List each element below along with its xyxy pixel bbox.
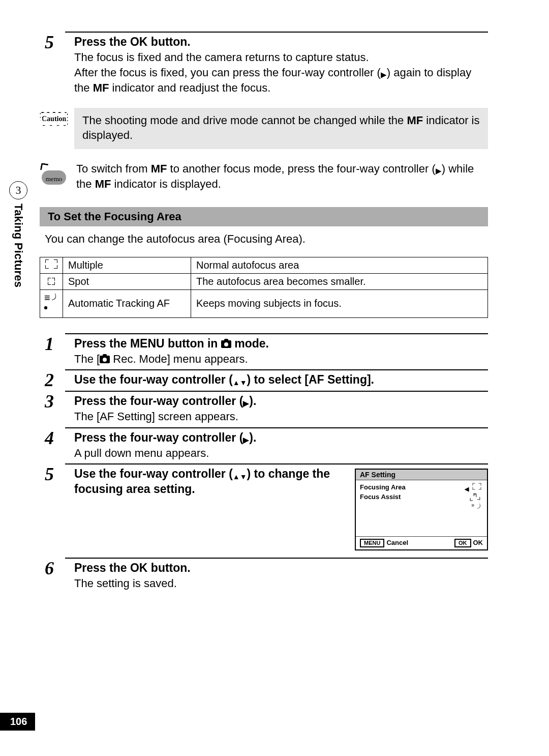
text: button. xyxy=(147,561,190,574)
ok-label: OK xyxy=(130,35,148,48)
text: The shooting mode and drive mode cannot … xyxy=(82,114,407,127)
down-arrow-icon xyxy=(240,472,247,481)
step-3: 3 Press the four-way controller (). The … xyxy=(45,391,488,424)
text: Press the xyxy=(74,35,130,48)
step-body: The [ Rec. Mode] menu appears. xyxy=(45,352,488,367)
text: Use the four-way controller ( xyxy=(74,467,233,480)
sidebar: 3 Taking Pictures xyxy=(9,181,27,287)
text: Press the four-way controller ( xyxy=(74,431,243,444)
step-body: The setting is saved. xyxy=(45,576,488,591)
content-area: 5 Press the OK button. The focus is fixe… xyxy=(45,32,488,591)
caution-note: Caution The shooting mode and drive mode… xyxy=(40,108,488,149)
table-row: Spot The autofocus area becomes smaller. xyxy=(40,273,488,289)
caution-icon: Caution xyxy=(40,112,68,126)
step-title: Press the four-way controller (). xyxy=(74,431,256,444)
text: button in xyxy=(165,337,221,350)
step-1: 1 Press the MENU button in mode. The [ R… xyxy=(45,333,488,367)
lcd-footer: MENUCancel OKOK xyxy=(356,536,487,549)
memo-icon: memo xyxy=(40,164,68,185)
right-arrow-icon xyxy=(243,435,249,446)
left-arrow-icon: ◀ xyxy=(465,486,469,492)
step-2: 2 Use the four-way controller () to sele… xyxy=(45,369,488,388)
spot-icon xyxy=(40,273,63,289)
text: To switch from xyxy=(76,162,151,175)
step-title: Press the OK button. xyxy=(74,35,191,48)
text: Use the four-way controller ( xyxy=(74,373,233,386)
page-number: 106 xyxy=(0,713,35,731)
option-desc: Keeps moving subjects in focus. xyxy=(191,289,488,317)
step-title: Press the OK button. xyxy=(74,561,191,574)
chapter-label: Taking Pictures xyxy=(12,203,25,287)
ok-label: OK xyxy=(130,561,148,574)
lcd-screen: AF Setting Focusing Area ◀ Focus Assist xyxy=(355,469,488,550)
step-title: Press the MENU button in mode. xyxy=(74,337,269,350)
caution-text: The shooting mode and drive mode cannot … xyxy=(74,108,488,149)
step-number: 3 xyxy=(45,391,54,412)
option-desc: Normal autofocus area xyxy=(191,257,488,273)
tracking-icon xyxy=(40,289,63,317)
step-number: 4 xyxy=(45,427,54,449)
table-row: Automatic Tracking AF Keeps moving subje… xyxy=(40,289,488,317)
text: The [ xyxy=(74,353,100,365)
text: The focus is fixed and the camera return… xyxy=(74,51,369,64)
ok-box-icon: OK xyxy=(454,539,471,547)
up-arrow-icon xyxy=(233,472,240,481)
option-name: Automatic Tracking AF xyxy=(63,289,191,317)
right-arrow-icon xyxy=(436,166,442,177)
option-name: Multiple xyxy=(63,257,191,273)
step-4: 4 Press the four-way controller (). A pu… xyxy=(45,427,488,461)
section-intro: You can change the autofocus area (Focus… xyxy=(45,232,488,246)
step-5: 5 Use the four-way controller () to chan… xyxy=(45,463,488,550)
step-title: Press the four-way controller (). xyxy=(74,394,256,408)
memo-text: To switch from MF to another focus mode,… xyxy=(74,161,488,192)
camera-icon xyxy=(221,340,231,348)
menu-label: MENU xyxy=(130,337,165,350)
ok-label: OK xyxy=(473,539,483,546)
option-name: Spot xyxy=(63,273,191,289)
option-desc: The autofocus area becomes smaller. xyxy=(191,273,488,289)
step-title: Use the four-way controller () to change… xyxy=(74,467,330,496)
lcd-label: Focus Assist xyxy=(360,493,401,501)
text: Press the four-way controller ( xyxy=(74,394,243,408)
step-number: 5 xyxy=(45,32,54,53)
down-arrow-icon xyxy=(240,378,247,387)
step-body: The [AF Setting] screen appears. xyxy=(45,409,488,424)
step-5-top: 5 Press the OK button. The focus is fixe… xyxy=(45,32,488,96)
step-number: 1 xyxy=(45,333,54,355)
step-6: 6 Press the OK button. The setting is sa… xyxy=(45,558,488,591)
text: After the focus is fixed, you can press … xyxy=(74,66,381,79)
text: Rec. Mode] menu appears. xyxy=(110,353,248,365)
text: to another focus mode, press the four-wa… xyxy=(167,162,435,175)
right-arrow-icon xyxy=(381,70,387,80)
cancel-label: Cancel xyxy=(386,539,408,546)
chapter-number: 3 xyxy=(9,181,27,199)
step-number: 6 xyxy=(45,558,54,579)
text: ). xyxy=(249,394,256,408)
mf-label: MF xyxy=(407,114,423,127)
camera-icon xyxy=(100,356,110,363)
right-arrow-icon xyxy=(243,399,249,409)
step-number: 5 xyxy=(45,463,54,485)
text: Press the xyxy=(74,561,130,574)
lcd-label: Focusing Area xyxy=(360,483,406,491)
memo-label: memo xyxy=(40,175,68,183)
mf-label: MF xyxy=(151,162,167,175)
step-body: A pull down menu appears. xyxy=(45,446,488,461)
manual-page: 3 Taking Pictures 106 5 Press the OK but… xyxy=(0,0,549,756)
text: indicator is displayed. xyxy=(111,178,221,190)
text: Press the xyxy=(74,337,130,350)
lcd-title: AF Setting xyxy=(356,470,487,480)
mf-label: MF xyxy=(95,178,111,190)
focus-area-table: Multiple Normal autofocus area Spot The … xyxy=(40,257,488,318)
text: button. xyxy=(147,35,190,48)
menu-box-icon: MENU xyxy=(360,539,384,547)
text: mode. xyxy=(231,337,269,350)
up-arrow-icon xyxy=(233,378,240,387)
step-title: Use the four-way controller () to select… xyxy=(74,373,374,386)
text: indicator and readjust the focus. xyxy=(109,81,270,94)
mf-label: MF xyxy=(93,81,109,94)
step-body: The focus is fixed and the camera return… xyxy=(45,50,488,96)
table-row: Multiple Normal autofocus area xyxy=(40,257,488,273)
section-heading: To Set the Focusing Area xyxy=(40,207,488,226)
text: ) to select [AF Setting]. xyxy=(247,373,374,386)
